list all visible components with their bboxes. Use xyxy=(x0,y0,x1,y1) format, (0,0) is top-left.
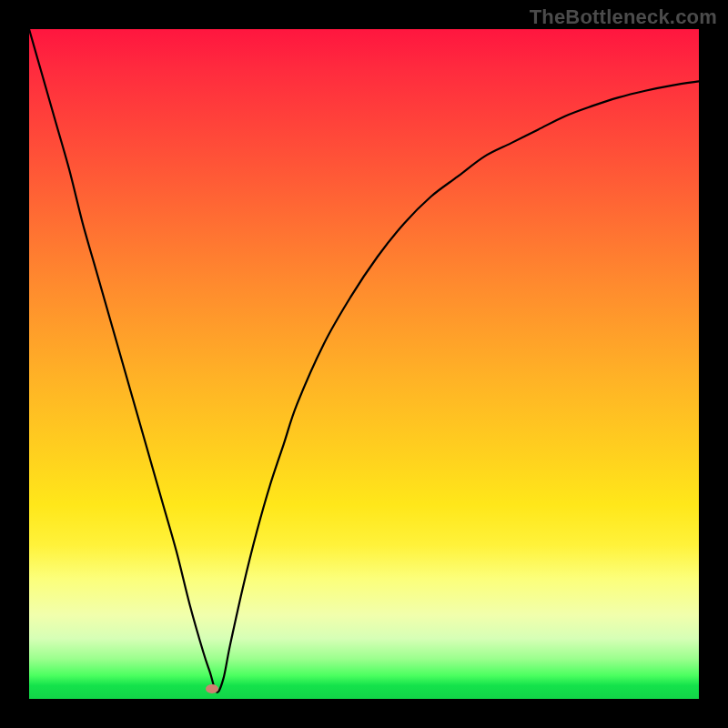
optimal-point-marker xyxy=(206,684,218,693)
plot-area xyxy=(29,29,699,699)
watermark-text: TheBottleneck.com xyxy=(530,5,717,29)
chart-frame: TheBottleneck.com xyxy=(0,0,728,728)
bottleneck-curve xyxy=(29,29,699,699)
